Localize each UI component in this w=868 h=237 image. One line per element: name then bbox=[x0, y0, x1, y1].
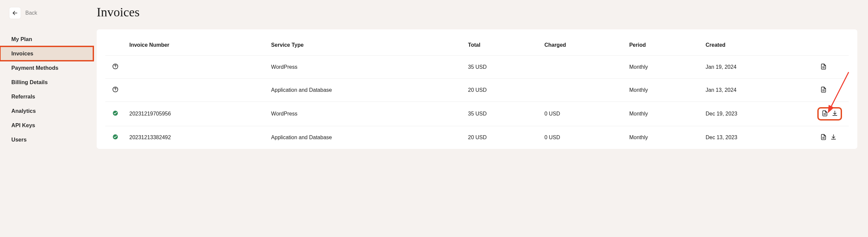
cell-total: 35 USD bbox=[464, 56, 540, 79]
download-icon bbox=[830, 134, 837, 141]
cell-created: Jan 19, 2024 bbox=[702, 56, 815, 79]
table-row: WordPress35 USDMonthlyJan 19, 2024 bbox=[105, 56, 849, 79]
cell-actions bbox=[815, 79, 849, 102]
status-pending bbox=[105, 79, 125, 102]
sidebar-nav: My PlanInvoicesPayment MethodsBilling De… bbox=[0, 32, 93, 147]
actions-group bbox=[819, 135, 837, 141]
table-row: 20231213382492Application and Database20… bbox=[105, 126, 849, 149]
view-invoice-button[interactable] bbox=[819, 63, 827, 71]
cell-period: Monthly bbox=[625, 56, 702, 79]
col-charged: Charged bbox=[540, 39, 625, 56]
back-row: Back bbox=[0, 7, 93, 19]
question-circle-icon bbox=[112, 88, 119, 94]
col-total: Total bbox=[464, 39, 540, 56]
view-invoice-button[interactable] bbox=[819, 86, 827, 94]
col-service-type: Service Type bbox=[267, 39, 464, 56]
cell-service-type: Application and Database bbox=[267, 126, 464, 149]
cell-charged: 0 USD bbox=[540, 102, 625, 126]
cell-actions bbox=[815, 56, 849, 79]
download-invoice-button[interactable] bbox=[831, 110, 839, 118]
cell-period: Monthly bbox=[625, 126, 702, 149]
page-title: Invoices bbox=[97, 5, 857, 19]
cell-created: Dec 13, 2023 bbox=[702, 126, 815, 149]
invoices-table: Invoice Number Service Type Total Charge… bbox=[105, 39, 849, 149]
document-icon bbox=[822, 110, 828, 118]
sidebar-item-payment-methods[interactable]: Payment Methods bbox=[0, 61, 93, 75]
cell-period: Monthly bbox=[625, 102, 702, 126]
table-header-row: Invoice Number Service Type Total Charge… bbox=[105, 39, 849, 56]
cell-charged: 0 USD bbox=[540, 126, 625, 149]
view-invoice-button[interactable] bbox=[819, 133, 827, 141]
status-pending bbox=[105, 56, 125, 79]
cell-created: Jan 13, 2024 bbox=[702, 79, 815, 102]
cell-charged bbox=[540, 56, 625, 79]
arrow-left-icon bbox=[12, 10, 18, 16]
status-paid bbox=[105, 126, 125, 149]
table-row: Application and Database20 USDMonthlyJan… bbox=[105, 79, 849, 102]
cell-service-type: WordPress bbox=[267, 102, 464, 126]
document-icon bbox=[820, 86, 827, 94]
cell-actions bbox=[815, 126, 849, 149]
actions-group bbox=[819, 88, 827, 94]
col-actions bbox=[815, 39, 849, 56]
cell-charged bbox=[540, 79, 625, 102]
back-label: Back bbox=[25, 10, 37, 16]
back-button[interactable] bbox=[9, 7, 21, 19]
document-icon bbox=[820, 134, 827, 141]
cell-total: 20 USD bbox=[464, 79, 540, 102]
cell-invoice-number bbox=[125, 79, 267, 102]
sidebar-item-referrals[interactable]: Referrals bbox=[0, 89, 93, 104]
view-invoice-button[interactable] bbox=[821, 110, 829, 118]
question-circle-icon bbox=[112, 65, 119, 71]
table-row: 20231219705956WordPress35 USD0 USDMonthl… bbox=[105, 102, 849, 126]
cell-created: Dec 19, 2023 bbox=[702, 102, 815, 126]
invoices-panel: Invoice Number Service Type Total Charge… bbox=[97, 29, 857, 149]
sidebar-item-my-plan[interactable]: My Plan bbox=[0, 32, 93, 46]
col-created: Created bbox=[702, 39, 815, 56]
download-icon bbox=[832, 110, 838, 118]
sidebar-item-api-keys[interactable]: API Keys bbox=[0, 118, 93, 133]
document-icon bbox=[820, 63, 827, 71]
cell-actions bbox=[815, 102, 849, 126]
actions-group bbox=[819, 65, 827, 71]
cell-total: 20 USD bbox=[464, 126, 540, 149]
col-invoice-number: Invoice Number bbox=[125, 39, 267, 56]
col-status bbox=[105, 39, 125, 56]
cell-invoice-number bbox=[125, 56, 267, 79]
sidebar: Back My PlanInvoicesPayment MethodsBilli… bbox=[0, 0, 93, 237]
check-circle-icon bbox=[112, 111, 118, 117]
cell-service-type: WordPress bbox=[267, 56, 464, 79]
cell-period: Monthly bbox=[625, 79, 702, 102]
svg-point-2 bbox=[115, 68, 116, 68]
svg-point-6 bbox=[115, 90, 116, 91]
sidebar-item-analytics[interactable]: Analytics bbox=[0, 104, 93, 118]
col-period: Period bbox=[625, 39, 702, 56]
check-circle-icon bbox=[112, 135, 118, 141]
cell-service-type: Application and Database bbox=[267, 79, 464, 102]
status-paid bbox=[105, 102, 125, 126]
sidebar-item-invoices[interactable]: Invoices bbox=[0, 46, 93, 61]
sidebar-item-billing-details[interactable]: Billing Details bbox=[0, 75, 93, 89]
cell-total: 35 USD bbox=[464, 102, 540, 126]
cell-invoice-number: 20231219705956 bbox=[125, 102, 267, 126]
download-invoice-button[interactable] bbox=[829, 133, 837, 141]
main: Invoices Invoice Number Service Type Tot… bbox=[93, 0, 868, 237]
actions-group bbox=[819, 109, 840, 119]
sidebar-item-users[interactable]: Users bbox=[0, 133, 93, 147]
cell-invoice-number: 20231213382492 bbox=[125, 126, 267, 149]
